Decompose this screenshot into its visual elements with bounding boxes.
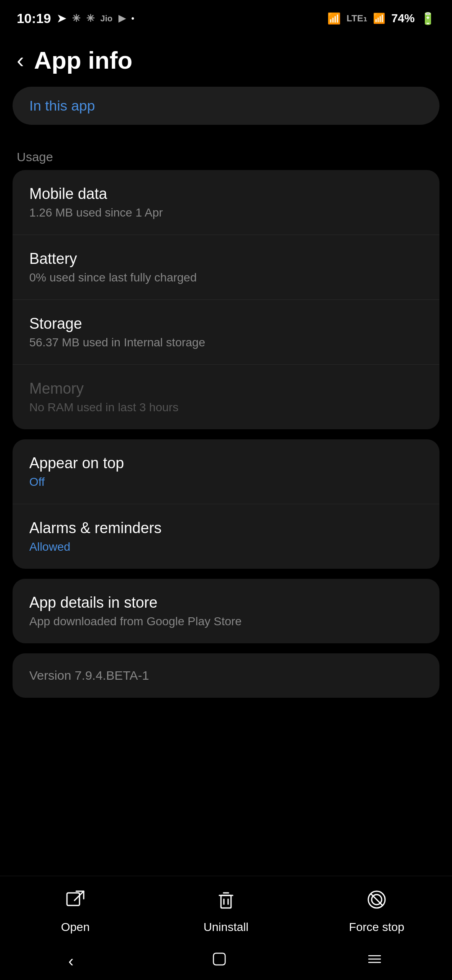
storage-item[interactable]: Storage 56.37 MB used in Internal storag… — [13, 300, 439, 365]
slack-icon: ✳ — [72, 13, 80, 24]
mobile-data-title: Mobile data — [29, 185, 423, 203]
svg-rect-2 — [221, 895, 231, 908]
bottom-action-bar: Open Uninstall Force stop — [0, 876, 452, 942]
memory-title: Memory — [29, 380, 423, 397]
slack2-icon: ✳ — [86, 13, 95, 24]
alarms-reminders-title: Alarms & reminders — [29, 519, 423, 537]
memory-subtitle: No RAM used in last 3 hours — [29, 401, 423, 414]
open-button[interactable]: Open — [0, 889, 151, 934]
storage-subtitle: 56.37 MB used in Internal storage — [29, 336, 423, 349]
uninstall-button[interactable]: Uninstall — [151, 889, 301, 934]
version-card: Version 7.9.4.BETA-1 — [13, 653, 439, 698]
svg-rect-0 — [67, 893, 80, 905]
appear-on-top-item[interactable]: Appear on top Off — [13, 439, 439, 504]
alarms-reminders-item[interactable]: Alarms & reminders Allowed — [13, 504, 439, 569]
in-this-app-label: In this app — [29, 98, 95, 114]
uninstall-icon — [215, 889, 237, 916]
uninstall-label: Uninstall — [203, 921, 248, 934]
permissions-card: Appear on top Off Alarms & reminders All… — [13, 439, 439, 569]
alarms-reminders-value: Allowed — [29, 540, 423, 554]
app-info-header: ‹ App info — [0, 34, 452, 87]
mobile-data-item[interactable]: Mobile data 1.26 MB used since 1 Apr — [13, 170, 439, 235]
nav-recents-icon[interactable] — [365, 950, 384, 972]
signal-icon: LTE₁ — [347, 13, 367, 24]
battery-display: 74% — [391, 12, 415, 25]
app-details-title: App details in store — [29, 594, 423, 611]
force-stop-button[interactable]: Force stop — [301, 889, 452, 934]
svg-rect-10 — [213, 953, 225, 965]
battery-item[interactable]: Battery 0% used since last fully charged — [13, 235, 439, 300]
signal-bars-icon: 📶 — [373, 13, 385, 24]
time-display: 10:19 — [17, 11, 51, 26]
battery-subtitle: 0% used since last fully charged — [29, 271, 423, 284]
open-icon — [64, 889, 86, 916]
navigation-bar: ‹ — [0, 942, 452, 980]
battery-title: Battery — [29, 250, 423, 268]
appear-on-top-title: Appear on top — [29, 454, 423, 472]
open-label: Open — [61, 921, 90, 934]
main-content: In this app Usage Mobile data 1.26 MB us… — [0, 87, 452, 825]
youtube-icon: ▶ — [118, 13, 126, 24]
appear-on-top-value: Off — [29, 475, 423, 489]
page-title: App info — [34, 46, 132, 74]
mobile-data-subtitle: 1.26 MB used since 1 Apr — [29, 206, 423, 219]
location-icon: ➤ — [57, 12, 66, 25]
svg-line-9 — [371, 894, 383, 905]
back-button[interactable]: ‹ — [17, 49, 24, 71]
memory-item[interactable]: Memory No RAM used in last 3 hours — [13, 365, 439, 429]
status-bar: 10:19 ➤ ✳ ✳ Jio ▶ • 📶 LTE₁ 📶 74% 🔋 — [0, 0, 452, 34]
in-this-app-pill[interactable]: In this app — [13, 87, 439, 125]
jio-icon: Jio — [100, 14, 113, 23]
dot-icon: • — [131, 14, 134, 23]
nav-back-icon[interactable]: ‹ — [68, 952, 74, 970]
storage-title: Storage — [29, 315, 423, 333]
version-text: Version 7.9.4.BETA-1 — [29, 668, 149, 682]
force-stop-label: Force stop — [349, 921, 404, 934]
status-right: 📶 LTE₁ 📶 74% 🔋 — [327, 12, 435, 26]
status-left: 10:19 ➤ ✳ ✳ Jio ▶ • — [17, 11, 134, 26]
battery-icon: 🔋 — [421, 12, 435, 26]
usage-card: Mobile data 1.26 MB used since 1 Apr Bat… — [13, 170, 439, 429]
usage-section-label: Usage — [0, 137, 452, 170]
nav-home-icon[interactable] — [210, 950, 229, 972]
app-details-card[interactable]: App details in store App downloaded from… — [13, 579, 439, 643]
force-stop-icon — [366, 889, 388, 916]
app-details-subtitle: App downloaded from Google Play Store — [29, 615, 423, 628]
wifi-icon: 📶 — [327, 12, 341, 25]
app-details-item[interactable]: App details in store App downloaded from… — [13, 579, 439, 643]
